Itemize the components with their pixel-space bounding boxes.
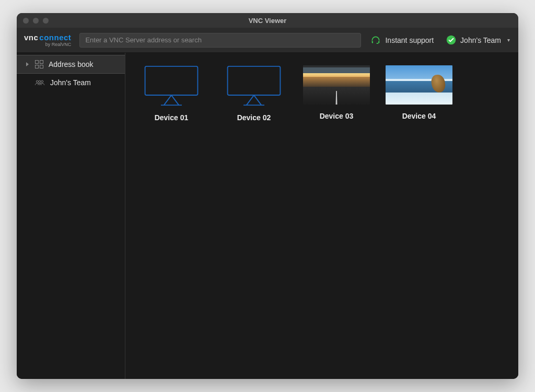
disclosure-triangle-icon (26, 62, 29, 66)
main-body: Address book John's Team (17, 53, 518, 379)
svg-point-3 (41, 80, 43, 83)
svg-rect-4 (145, 66, 198, 95)
titlebar[interactable]: VNC Viewer (17, 13, 518, 28)
device-tile[interactable]: Device 04 (386, 65, 452, 122)
minimize-icon[interactable] (33, 18, 39, 24)
chevron-down-icon: ▾ (507, 37, 510, 43)
device-tile[interactable]: Device 03 (303, 65, 370, 122)
sidebar-item-label: Address book (49, 60, 94, 68)
people-icon (34, 79, 45, 86)
app-window: VNC Viewer vncconnect by RealVNC Instant… (17, 13, 518, 379)
content-area: Device 01 Device 02 Device 03 Device 04 (125, 53, 518, 379)
zoom-icon[interactable] (43, 18, 49, 24)
device-label: Device 02 (237, 113, 271, 122)
monitor-icon (225, 65, 283, 106)
close-icon[interactable] (23, 18, 29, 24)
monitor-icon (143, 65, 200, 106)
brand-text-connect: connect (39, 33, 71, 42)
toolbar: vncconnect by RealVNC Instant support (17, 28, 518, 53)
device-tile[interactable]: Device 01 (138, 65, 205, 122)
window-title: VNC Viewer (17, 17, 518, 25)
instant-support-button[interactable]: Instant support (367, 33, 437, 48)
sidebar: Address book John's Team (17, 53, 125, 379)
search-input[interactable] (79, 33, 361, 48)
device-label: Device 03 (320, 112, 354, 120)
device-tile[interactable]: Device 02 (220, 65, 287, 122)
device-label: Device 04 (402, 112, 436, 120)
device-grid: Device 01 Device 02 Device 03 Device 04 (138, 65, 506, 122)
sidebar-item-johns-team[interactable]: John's Team (17, 74, 125, 91)
headset-icon (370, 35, 381, 45)
grid-icon (35, 60, 43, 68)
svg-rect-5 (228, 66, 281, 95)
device-thumbnail (303, 65, 370, 105)
sidebar-item-address-book[interactable]: Address book (17, 55, 125, 74)
brand-logo: vncconnect by RealVNC (22, 33, 73, 47)
instant-support-label: Instant support (385, 36, 434, 44)
svg-point-1 (36, 80, 38, 83)
device-thumbnail (386, 65, 452, 105)
team-dropdown[interactable]: John's Team ▾ (443, 33, 513, 47)
svg-point-2 (39, 80, 41, 83)
brand-subtext: by RealVNC (24, 42, 71, 47)
sidebar-item-label: John's Team (50, 78, 91, 87)
window-controls[interactable] (17, 18, 49, 24)
brand-text-vnc: vnc (24, 33, 38, 42)
check-circle-icon (446, 35, 456, 45)
device-label: Device 01 (155, 113, 189, 122)
team-label: John's Team (460, 36, 501, 44)
